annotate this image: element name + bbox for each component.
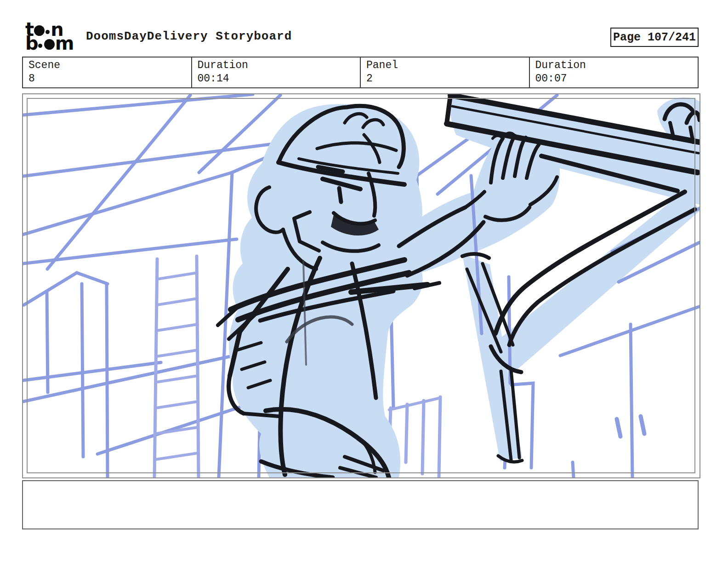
storyboard-page: tn bm DoomsDayDelivery Storyboard Page 1… — [0, 0, 728, 563]
info-value: 00:07 — [535, 72, 693, 86]
document-title: DoomsDayDelivery Storyboard — [86, 29, 292, 43]
panel-caption-box[interactable] — [22, 480, 699, 529]
logo-letter: m — [55, 37, 74, 50]
storyboard-panel — [22, 93, 700, 478]
info-cell-panel-duration: Duration 00:07 — [529, 57, 698, 87]
logo-line-2: bm — [25, 37, 85, 50]
info-cell-scene-duration: Duration 00:14 — [191, 57, 360, 87]
info-label: Panel — [366, 59, 523, 72]
logo-dot-icon — [46, 30, 50, 34]
panel-info-row: Scene 8 Duration 00:14 Panel 2 Duration … — [22, 57, 699, 88]
info-label: Duration — [198, 59, 355, 72]
info-label: Scene — [28, 59, 186, 72]
info-cell-scene: Scene 8 — [23, 57, 191, 87]
logo-dot-icon — [44, 39, 55, 50]
info-label: Duration — [535, 59, 693, 72]
info-cell-panel: Panel 2 — [360, 57, 529, 87]
page-number-badge: Page 107/241 — [610, 28, 699, 47]
toonboom-logo: tn bm — [25, 23, 85, 50]
info-value: 8 — [28, 72, 186, 86]
info-value: 00:14 — [198, 72, 355, 86]
logo-dot-icon — [38, 44, 42, 48]
logo-letter: b — [25, 37, 38, 50]
info-value: 2 — [366, 72, 523, 86]
storyboard-panel-drawing — [23, 94, 700, 477]
